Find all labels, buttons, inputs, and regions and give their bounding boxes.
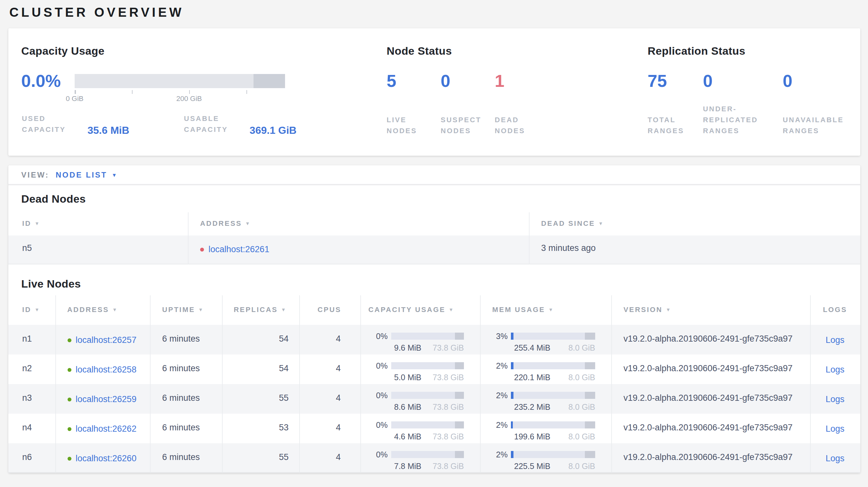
live-node-address-cell: localhost:26258 [55,354,150,384]
capacity-usage-percent: 0% [368,450,388,459]
live-node-mem-usage-cell: 2% 199.6 MiB 8.0 GiB [480,413,612,443]
capacity-used-value: 4.6 MiB [394,432,422,441]
live-col-header-mem-usage[interactable]: MEM USAGE▼ [480,295,612,325]
live-node-capacity-usage-cell: 0% 5.0 MiB 73.8 GiB [360,354,480,384]
live-col-header-uptime[interactable]: UPTIME▼ [150,295,222,325]
live-col-header-cpus[interactable]: CPUS [299,295,360,325]
logs-link[interactable]: Logs [826,335,844,345]
live-node-uptime: 6 minutes [150,384,222,413]
mem-usage-bar-reserved [585,421,595,428]
capacity-gauge: 0 GiB 200 GiB [75,71,285,102]
live-node-address-cell: localhost:26260 [55,443,150,473]
live-node-id: n2 [8,354,55,384]
live-col-header-version[interactable]: VERSION▼ [612,295,810,325]
live-node-version: v19.2.0-alpha.20190606-2491-gfe735c9a97 [612,384,810,413]
live-node-capacity-usage-cell: 0% 7.8 MiB 73.8 GiB [360,443,480,473]
live-node-mem-usage-cell: 2% 235.2 MiB 8.0 GiB [480,384,612,413]
live-node-cpus: 4 [299,325,360,354]
live-node-mem-usage-cell: 3% 255.4 MiB 8.0 GiB [480,325,612,354]
logs-link[interactable]: Logs [826,424,844,433]
logs-link[interactable]: Logs [826,453,844,463]
used-capacity-label: USED CAPACITY [22,113,73,135]
dead-col-header-id[interactable]: ID▼ [8,212,188,235]
mem-total-value: 8.0 GiB [568,462,595,470]
suspect-nodes-label: SUSPECT NODES [441,115,492,136]
dead-nodes-table: ID▼ ADDRESS▼ DEAD SINCE▼ n5 localhost:26… [8,212,860,264]
live-node-address-cell: localhost:26262 [55,413,150,443]
node-status-panel: Node Status 5 LIVE NODES 0 SUSPECT NODES… [374,28,634,156]
mem-used-value: 199.6 MiB [514,432,551,441]
sort-desc-icon: ▼ [34,306,40,312]
live-status-icon [67,368,71,371]
live-node-mem-usage-cell: 2% 225.5 MiB 8.0 GiB [480,443,612,473]
dead-col-header-address[interactable]: ADDRESS▼ [188,212,529,235]
replication-status-panel: Replication Status 75 TOTAL RANGES 0 UND… [634,28,860,156]
mem-usage-percent: 2% [488,361,508,370]
mem-used-value: 220.1 MiB [514,373,551,382]
under-replicated-ranges-stat: 0 UNDER-REPLICATED RANGES [703,71,783,136]
live-node-logs-cell: Logs [810,384,860,413]
suspect-nodes-count: 0 [441,71,495,91]
live-node-address-link[interactable]: localhost:26257 [75,335,136,345]
live-col-header-capacity-usage[interactable]: CAPACITY USAGE▼ [360,295,480,325]
capacity-total-value: 73.8 GiB [433,402,464,412]
dropdown-caret-icon: ▼ [112,172,117,178]
capacity-usage-percent: 0% [368,391,388,400]
capacity-gauge-bar [75,74,285,88]
live-node-address-cell: localhost:26259 [55,384,150,413]
mem-usage-percent: 3% [488,332,508,340]
live-node-capacity-usage-cell: 0% 9.6 MiB 73.8 GiB [360,325,480,354]
mem-total-value: 8.0 GiB [568,343,595,352]
under-replicated-ranges-label: UNDER-REPLICATED RANGES [703,104,767,136]
live-node-uptime: 6 minutes [150,413,222,443]
live-node-logs-cell: Logs [810,325,860,354]
dead-node-address-cell: localhost:26261 [188,235,529,264]
dead-nodes-header-row: ID▼ ADDRESS▼ DEAD SINCE▼ [8,212,860,235]
logs-link[interactable]: Logs [826,394,844,404]
dead-node-id: n5 [8,235,188,264]
suspect-nodes-stat: 0 SUSPECT NODES [441,71,495,136]
mem-total-value: 8.0 GiB [568,432,595,441]
live-col-header-replicas[interactable]: REPLICAS▼ [222,295,299,325]
cluster-overview-page: CLUSTER OVERVIEW Capacity Usage 0.0% [0,0,868,487]
live-node-replicas: 55 [222,443,299,473]
live-node-mem-usage-cell: 2% 220.1 MiB 8.0 GiB [480,354,612,384]
dead-node-dead-since: 3 minutes ago [529,235,860,264]
live-col-header-address[interactable]: ADDRESS▼ [55,295,150,325]
mem-usage-bar-fill [511,421,513,428]
live-node-address-link[interactable]: localhost:26258 [75,364,136,374]
live-node-address-link[interactable]: localhost:26262 [75,424,136,433]
capacity-usage-panel: Capacity Usage 0.0% 0 GiB 200 GiB [8,28,374,156]
sort-desc-icon: ▼ [34,221,40,226]
dead-col-header-dead-since[interactable]: DEAD SINCE▼ [529,212,860,235]
live-node-address-link[interactable]: localhost:26259 [75,394,136,404]
live-node-id: n3 [8,384,55,413]
live-col-header-logs: LOGS [810,295,860,325]
live-nodes-header-row: ID▼ ADDRESS▼ UPTIME▼ REPLICAS▼ CPUS CAPA… [8,295,860,325]
dead-node-address-link[interactable]: localhost:26261 [209,245,269,254]
live-node-replicas: 55 [222,384,299,413]
sort-desc-icon: ▼ [598,221,604,226]
mem-usage-percent: 2% [488,450,508,459]
sort-desc-icon: ▼ [198,306,204,312]
capacity-total-value: 73.8 GiB [433,343,464,352]
axis-tick [246,90,247,94]
live-nodes-count: 5 [387,71,441,91]
live-col-header-id[interactable]: ID▼ [8,295,55,325]
mem-used-value: 235.2 MiB [514,402,551,412]
live-status-icon [67,338,71,342]
mem-used-value: 225.5 MiB [514,462,551,470]
mem-usage-bar [511,362,595,369]
replication-status-title: Replication Status [648,45,860,58]
mem-usage-bar-reserved [585,362,595,369]
node-status-title: Node Status [387,45,634,58]
dead-nodes-count: 1 [495,71,549,91]
live-node-capacity-usage-cell: 0% 4.6 MiB 73.8 GiB [360,413,480,443]
view-selected-value[interactable]: NODE LIST [56,170,107,179]
logs-link[interactable]: Logs [826,364,844,374]
live-node-version: v19.2.0-alpha.20190606-2491-gfe735c9a97 [612,413,810,443]
live-node-address-link[interactable]: localhost:26260 [75,453,136,463]
live-node-replicas: 54 [222,354,299,384]
used-capacity-value: 35.6 MiB [88,125,129,136]
view-selector-dropdown[interactable]: NODE LIST ▼ [56,170,117,179]
